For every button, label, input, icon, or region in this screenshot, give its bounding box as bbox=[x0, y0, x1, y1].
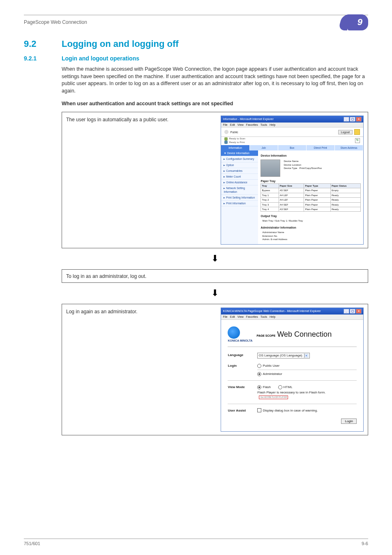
footer-right: 9-6 bbox=[362, 541, 368, 547]
minimize-icon[interactable]: _ bbox=[344, 117, 349, 122]
table-row: Tray 4A3 SEFPlain PaperReady bbox=[261, 207, 361, 211]
footer-left: 751/601 bbox=[24, 541, 40, 547]
logout-button[interactable]: Logout bbox=[338, 130, 353, 135]
admin-ext-label: Extension No. bbox=[262, 234, 359, 238]
menu-tools[interactable]: Tools bbox=[261, 123, 267, 127]
step1-caption: The user logs in automatically as a publ… bbox=[66, 116, 221, 123]
menu-help[interactable]: Help bbox=[270, 123, 275, 127]
print-status-icon bbox=[224, 141, 228, 144]
login-button[interactable]: Login bbox=[341, 419, 357, 424]
device-image bbox=[261, 160, 280, 177]
help-button[interactable] bbox=[354, 129, 360, 135]
main-panel: Device Information Device Name Device Lo… bbox=[258, 150, 363, 244]
tab-job[interactable]: Job bbox=[250, 145, 278, 150]
pagescope-label: PAGE SCOPE bbox=[257, 333, 276, 338]
user-icon bbox=[224, 130, 228, 134]
language-label: Language bbox=[228, 353, 257, 357]
menu-edit[interactable]: Edit bbox=[230, 123, 235, 127]
chapter-badge: 9 bbox=[348, 14, 368, 30]
radio-public-user[interactable] bbox=[257, 364, 261, 368]
radio-html[interactable] bbox=[278, 385, 282, 389]
dev-name-label: Device Name bbox=[284, 160, 298, 162]
pt-h-tray: Tray bbox=[261, 183, 279, 188]
ie-menubar: File Edit View Favorites Tools Help bbox=[221, 123, 363, 128]
ie-title-text: KONICA MINOLTA PageScope Web Connection … bbox=[223, 309, 321, 313]
close-icon[interactable]: × bbox=[356, 309, 362, 314]
tab-information[interactable]: Information bbox=[221, 145, 249, 150]
ie-titlebar: KONICA MINOLTA PageScope Web Connection … bbox=[221, 308, 363, 314]
step2-caption: To log in as an administrator, log out. bbox=[66, 272, 364, 280]
tab-store-address[interactable]: Store Address bbox=[335, 145, 363, 150]
tab-strip: Information Job Box Direct Print Store A… bbox=[221, 145, 363, 150]
language-select[interactable]: OS Language (OS Language) ▾ bbox=[257, 353, 309, 358]
side-nav: ▼ Device Information ▸ Configuration Sum… bbox=[221, 150, 258, 244]
maximize-icon[interactable]: ▢ bbox=[350, 309, 355, 314]
nav-consumables[interactable]: ▸ Consumables bbox=[221, 168, 258, 174]
radio-flash-label: Flash bbox=[263, 385, 271, 389]
step-box-2: To log in as an administrator, log out. bbox=[62, 269, 368, 283]
menu-favorites[interactable]: Favorites bbox=[246, 315, 258, 319]
menu-view[interactable]: View bbox=[238, 123, 244, 127]
radio-administrator[interactable] bbox=[257, 372, 261, 376]
language-value: OS Language (OS Language) bbox=[258, 353, 302, 358]
userassist-label: User Assist bbox=[228, 408, 257, 413]
chevron-down-icon: ▾ bbox=[304, 354, 309, 358]
nav-print-setting[interactable]: ▸ Print Setting Information bbox=[221, 195, 258, 201]
intro-paragraph: When the machine is accessed with PageSc… bbox=[62, 66, 368, 95]
tab-box[interactable]: Box bbox=[278, 145, 307, 150]
maximize-icon[interactable]: ▢ bbox=[350, 117, 355, 122]
table-row: Tray 2A4 LEFPlain PaperReady bbox=[261, 198, 361, 202]
table-row: BypassA5 SEFPlain PaperEmpty bbox=[261, 188, 361, 193]
paper-tray-heading: Paper Tray bbox=[261, 179, 361, 183]
radio-public-user-label: Public User bbox=[263, 364, 279, 368]
pt-h-status: Paper Status bbox=[331, 183, 361, 188]
minimize-icon[interactable]: _ bbox=[344, 309, 349, 314]
menu-view[interactable]: View bbox=[238, 315, 244, 319]
nav-network-setting[interactable]: ▸ Network Setting Information bbox=[221, 185, 258, 195]
h3-title: Login and logout operations bbox=[62, 55, 139, 62]
breadcrumb: PageScope Web Connection bbox=[24, 19, 87, 26]
brand-name: KONICA MINOLTA bbox=[228, 339, 252, 343]
nav-option[interactable]: ▸ Option bbox=[221, 162, 258, 168]
subheading: When user authentication and account tra… bbox=[62, 100, 368, 108]
refresh-button[interactable]: ↻ bbox=[355, 138, 360, 143]
brand-logo-icon bbox=[228, 326, 240, 339]
nav-config-summary[interactable]: ▸ Configuration Summary bbox=[221, 156, 258, 162]
nav-print-info[interactable]: ▸ Print Information bbox=[221, 201, 258, 206]
menu-file[interactable]: File bbox=[223, 315, 227, 319]
flash-note: Flash Player is necessary to see in Flas… bbox=[257, 391, 325, 394]
output-tray-value: Main Tray / Sub Tray 1 / Booklet Tray bbox=[261, 218, 361, 223]
nav-online-assist[interactable]: ▸ Online Assistance bbox=[221, 180, 258, 185]
dev-type-label: Device Type bbox=[284, 167, 297, 169]
checkbox-warning-label: Display dialog box in case of warning. bbox=[263, 409, 318, 412]
close-icon[interactable]: × bbox=[356, 117, 362, 122]
paper-tray-table: Tray Paper Size Paper Type Paper Status … bbox=[261, 183, 361, 212]
webconnection-label: Web Connection bbox=[277, 329, 332, 340]
menu-help[interactable]: Help bbox=[270, 315, 275, 319]
dev-type-value: Print/Copy/Scan/Fax bbox=[299, 167, 322, 169]
table-row: Tray 1A4 LEFPlain PaperReady bbox=[261, 193, 361, 197]
scan-status-icon bbox=[224, 137, 228, 141]
step-box-1: The user logs in automatically as a publ… bbox=[62, 112, 368, 249]
nav-device-info[interactable]: ▼ Device Information bbox=[221, 150, 258, 156]
nav-meter-count[interactable]: ▸ Meter Count bbox=[221, 174, 258, 180]
flash-player-badge[interactable]: Get ADOBE FLASH PLAYER bbox=[259, 395, 288, 399]
user-label: Public bbox=[230, 130, 238, 134]
ie-window-info: Information - Microsoft Internet Explore… bbox=[221, 116, 364, 245]
menu-edit[interactable]: Edit bbox=[230, 315, 235, 319]
tab-direct-print[interactable]: Direct Print bbox=[307, 145, 335, 150]
menu-tools[interactable]: Tools bbox=[261, 315, 267, 319]
ie-titlebar: Information - Microsoft Internet Explore… bbox=[221, 116, 363, 123]
viewmode-label: View Mode bbox=[228, 385, 257, 389]
pt-h-type: Paper Type bbox=[304, 183, 331, 188]
h3-number: 9.2.1 bbox=[24, 55, 62, 63]
step3-caption: Log in again as an administrator. bbox=[66, 308, 221, 315]
page-footer: 751/601 9-6 bbox=[24, 539, 368, 547]
step-box-3: Log in again as an administrator. KONICA… bbox=[62, 304, 368, 435]
menu-file[interactable]: File bbox=[223, 123, 227, 127]
brand-header: KONICA MINOLTA PAGE SCOPE Web Connection bbox=[228, 326, 357, 347]
radio-flash[interactable] bbox=[257, 385, 261, 389]
h2-heading: 9.2Logging on and logging off bbox=[24, 38, 368, 51]
checkbox-warning-dialog[interactable] bbox=[257, 408, 261, 412]
menu-favorites[interactable]: Favorites bbox=[246, 123, 258, 127]
